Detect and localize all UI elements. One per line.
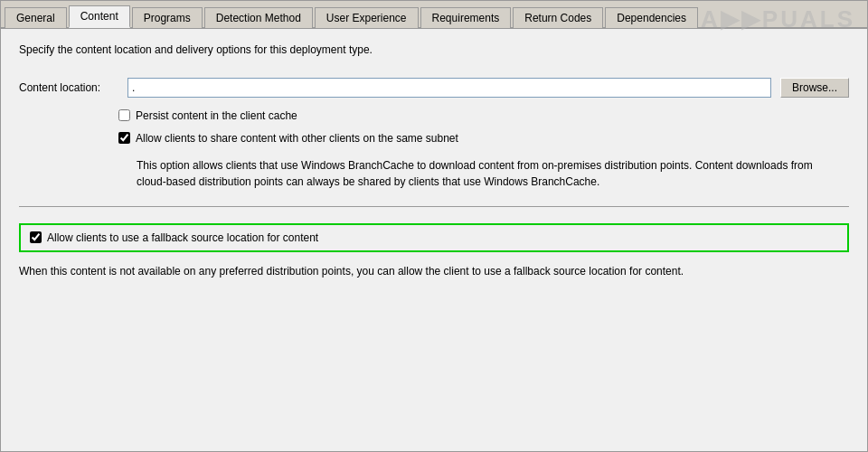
- footer-text: When this content is not available on an…: [19, 263, 849, 279]
- content-location-input[interactable]: [127, 78, 771, 98]
- allow-share-checkbox[interactable]: [118, 132, 130, 144]
- tab-requirements[interactable]: Requirements: [420, 7, 512, 28]
- persist-cache-row: Persist content in the client cache: [118, 108, 849, 124]
- separator: [19, 206, 849, 207]
- allow-share-label: Allow clients to share content with othe…: [136, 131, 458, 146]
- tab-content[interactable]: Content: [69, 5, 130, 28]
- tab-bar: General Content Programs Detection Metho…: [1, 1, 867, 29]
- fallback-section: Allow clients to use a fallback source l…: [19, 223, 849, 253]
- tab-detection-method[interactable]: Detection Method: [204, 7, 313, 28]
- checkbox-section: Persist content in the client cache Allo…: [19, 108, 849, 146]
- allow-fallback-checkbox[interactable]: [30, 231, 42, 243]
- persist-cache-checkbox[interactable]: [118, 109, 130, 121]
- description-text: Specify the content location and deliver…: [19, 43, 849, 56]
- tab-general[interactable]: General: [5, 7, 67, 28]
- content-location-label: Content location:: [19, 81, 118, 94]
- content-area: A▶▶PUALS Specify the content location an…: [1, 29, 867, 451]
- tab-user-experience[interactable]: User Experience: [315, 7, 419, 28]
- allow-fallback-label: Allow clients to use a fallback source l…: [47, 231, 318, 246]
- allow-share-row: Allow clients to share content with othe…: [118, 131, 849, 146]
- watermark: A▶▶PUALS: [701, 29, 855, 33]
- persist-cache-label: Persist content in the client cache: [136, 108, 297, 124]
- browse-button[interactable]: Browse...: [780, 78, 849, 98]
- info-block: This option allows clients that use Wind…: [19, 157, 849, 190]
- tab-programs[interactable]: Programs: [132, 7, 203, 28]
- tab-return-codes[interactable]: Return Codes: [513, 7, 603, 28]
- content-location-row: Content location: Browse...: [19, 78, 849, 98]
- tab-dependencies[interactable]: Dependencies: [605, 7, 698, 28]
